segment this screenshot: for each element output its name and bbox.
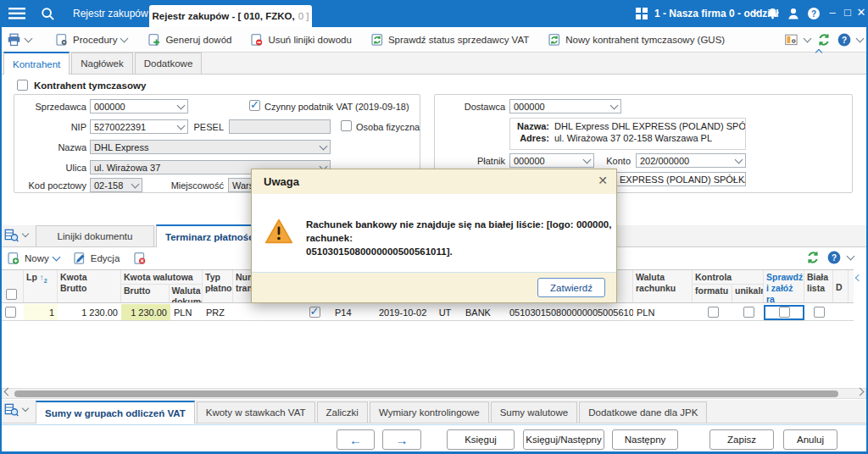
usun-button[interactable] [133,252,147,265]
tab-sumy-walutowe[interactable]: Sumy walutowe [491,401,578,423]
zatwierdz-button[interactable]: Zatwierdź [537,278,605,297]
col-d[interactable]: D [833,270,849,302]
tab-rejestr-zakupow[interactable]: Rejestr zakupów [73,8,148,19]
tab-dodatkowe[interactable]: Dodatkowe [135,53,203,74]
hamburger-menu-icon[interactable] [8,8,25,19]
help-circle-icon[interactable]: ? [827,251,841,264]
close-button[interactable]: ✕ [853,6,868,19]
sprawdz-zaloz-checkbox[interactable] [779,307,790,318]
focused-cell[interactable] [764,305,804,320]
notifications-bell-icon[interactable] [766,7,779,20]
dialog-title-bar[interactable]: Uwaga ✕ [252,169,616,194]
col-kwota-brutto[interactable]: KwotaBrutto [58,270,121,302]
table-row[interactable]: 1 1 230.00 1 230.00 PLN PRZ P14 2019-10-… [2,304,854,321]
tab-terminarz-platnosci[interactable]: Terminarz płatności [156,224,266,247]
settings-chevron-down-icon[interactable] [804,35,812,43]
tab-zaliczki[interactable]: Zaliczki [317,401,368,423]
nastepny-button[interactable]: Następny [612,429,678,450]
nip-value: 5270022391 [94,122,146,132]
search-icon[interactable] [41,7,55,21]
tab-linijki-dokumentu[interactable]: Linijki dokumentu [36,225,154,246]
col-biala-lista[interactable]: Biała lista [804,270,833,302]
col-lp-label: Lp [26,272,37,282]
col-lp[interactable]: Lp↑2 [24,270,58,302]
grid-search-icon[interactable] [4,228,19,242]
info-adres-value: ul. Wirażowa 37 02-158 Warszawa PL [554,133,712,143]
horizontal-scrollbar[interactable] [2,388,866,399]
dialog-close-icon[interactable]: ✕ [598,174,608,187]
refresh-icon[interactable] [805,250,821,265]
sprzedawca-combobox[interactable]: 000000 [90,99,188,114]
col-waluta-dokumentu[interactable]: Walutadokumentu [170,285,202,302]
czynny-podatnik-checkbox[interactable] [249,100,260,111]
kontrahent-tymczasowy-checkbox[interactable] [17,80,28,91]
nowy-button[interactable]: Nowy [7,252,59,265]
help-chevron-down-icon[interactable] [847,252,855,261]
print-button[interactable] [7,33,31,47]
sprawdz-status-vat-button[interactable]: Sprawdź status sprzedawcy VAT [370,33,529,47]
nip-combobox[interactable]: 5270022391 [90,119,188,134]
tab-linijki-dokumentu-label: Linijki dokumentu [58,231,133,241]
company-selector[interactable]: 1 - Nasza firma 0 - oddział [654,8,779,19]
kod-pocztowy-combobox[interactable]: 02-158 [90,178,142,192]
doc-gear-icon [55,33,69,47]
scrollbar-thumb[interactable] [14,390,838,397]
scroll-left-arrow-icon[interactable] [4,388,13,396]
osoba-fizyczna-checkbox[interactable] [341,120,352,131]
col-waluta-rachunku[interactable]: Walutarachunku [633,270,693,302]
nowy-kontrahent-gus-button[interactable]: Nowy kontrahent tymczasowy (GUS) [548,33,725,47]
doc-tab-label-dim: 0 ] [298,11,309,21]
kod-pocztowy-value: 02-158 [94,180,123,191]
next-arrow-button[interactable]: → [382,429,421,450]
grid-search-icon[interactable] [4,402,19,417]
biala-lista-checkbox[interactable] [814,307,825,318]
dostawca-combobox[interactable]: 000000 [509,99,621,114]
row-flag-checkbox[interactable] [309,307,320,318]
col-kw-brutto[interactable]: Brutto [121,285,170,302]
help-circle-icon[interactable]: ? [837,33,851,47]
tab-kwoty-w-stawkach[interactable]: Kwoty w stawkach VAT [197,401,315,423]
help-chevron-down-icon[interactable] [856,35,865,43]
col-typ-platnosci[interactable]: Typpłatności [203,270,233,302]
tab-kontrahent[interactable]: Kontrahent [3,52,70,75]
cell-d [833,304,849,320]
kontrola-formatu-checkbox[interactable] [708,307,719,318]
ksieguj-nastepny-button[interactable]: Księguj/Następny [523,429,604,450]
minimize-button[interactable]: – [824,6,841,19]
col-sprawdz-zaloz[interactable]: Sprawdźi załóż ra [764,270,804,302]
tab-rejestr-zakupow-active[interactable]: Rejestr zakupów - [ 010, FZKO, 0 ] [149,5,312,27]
procedury-chevron-down-icon[interactable] [120,34,129,42]
generuj-dowod-button[interactable]: Generuj dowód [147,33,231,47]
tab-sumy-w-grupach[interactable]: Sumy w grupach odliczeń VAT [36,401,195,424]
help-icon[interactable]: ? [807,7,821,20]
zapisz-button[interactable]: Zapisz [709,429,774,450]
kontrola-unikalnosci-checkbox[interactable] [743,307,754,318]
procedury-button[interactable]: Procedury [55,33,127,47]
platnik-combobox[interactable]: 000000 [509,153,594,168]
apps-grid-icon[interactable] [636,8,648,19]
user-icon[interactable] [787,7,800,20]
refresh-icon[interactable] [816,32,832,47]
nazwa-combobox[interactable]: DHL Express [90,140,331,154]
konto-combobox[interactable]: 202/000000 [636,153,746,168]
col-formatu[interactable]: formatu [693,285,732,302]
usun-linijki-button[interactable]: Usuń linijki dowodu [250,33,351,47]
sprzedawca-value: 000000 [94,102,125,112]
tab-dodatkowe-dane-jpk[interactable]: Dodatkowe dane dla JPK [579,401,707,423]
edycja-button[interactable]: Edycja [73,252,120,265]
scroll-right-arrow-icon[interactable] [856,388,865,396]
nowy-chevron-down-icon[interactable] [52,253,60,262]
svg-text:?: ? [842,36,847,45]
tab-naglowek[interactable]: Nagłówek [71,53,133,74]
ksieguj-button[interactable]: Księguj [447,429,515,450]
row-select-checkbox[interactable] [5,307,16,318]
previous-arrow-button[interactable]: ← [337,429,375,450]
col-unikalnosci[interactable]: unikalności [732,285,763,302]
expand-panel-chevron-left-icon[interactable] [855,274,862,281]
select-all-checkbox[interactable] [6,289,17,300]
settings-alert-icon[interactable] [784,33,798,47]
anuluj-button[interactable]: Anuluj [783,429,837,450]
pesel-input[interactable] [229,119,331,134]
print-chevron-down-icon[interactable] [25,34,33,42]
tab-wymiary-kontrolingowe[interactable]: Wymiary kontrolingowe [370,401,489,423]
